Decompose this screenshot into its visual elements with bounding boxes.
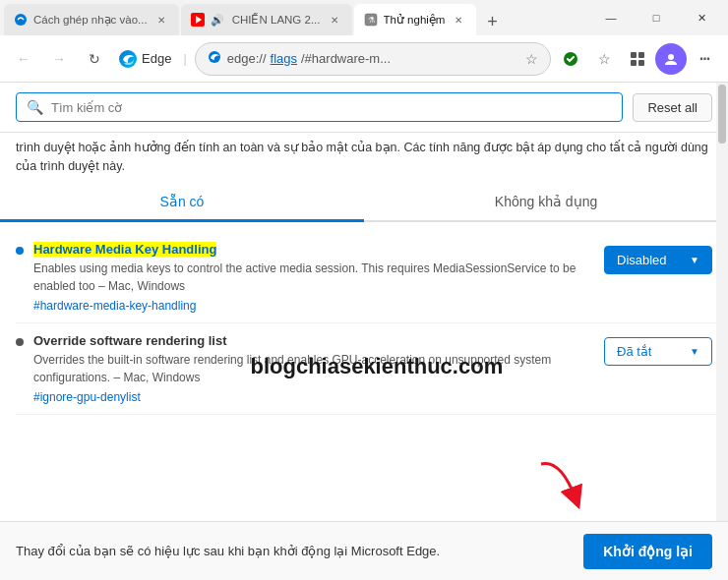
new-tab-button[interactable]: + <box>478 8 506 35</box>
star-icon[interactable]: ☆ <box>525 51 538 67</box>
feature-title-1[interactable]: Hardware Media Key Handling <box>33 242 216 257</box>
navbar: ← → ↻ Edge | edge://flags/#hardware-m <box>0 35 728 83</box>
disabled-dropdown[interactable]: Disabled ▼ <box>604 246 712 274</box>
svg-rect-8 <box>631 52 637 58</box>
tab1-close[interactable]: ✕ <box>153 12 169 28</box>
feature-item-hardware-media: Hardware Media Key Handling Enables usin… <box>16 232 728 323</box>
window-controls: — □ ✕ <box>588 0 724 35</box>
address-hash: /#hardware-m... <box>301 51 391 66</box>
search-input[interactable] <box>51 100 612 115</box>
close-button[interactable]: ✕ <box>679 0 724 35</box>
tab-cach-ghep[interactable]: Cách ghép nhạc vào... ✕ <box>4 4 179 35</box>
feature-title-2[interactable]: Override software rendering list <box>33 333 227 348</box>
svg-rect-10 <box>631 60 637 66</box>
favorites-icon[interactable]: ☆ <box>588 43 620 75</box>
warning-text: trình duyệt hoặc ảnh hưởng đến tính an t… <box>0 133 728 184</box>
address-separator: | <box>183 51 186 66</box>
search-area: 🔍 Reset all <box>0 83 728 133</box>
address-text: edge://flags/#hardware-m... <box>227 51 519 66</box>
bottom-info-text: Thay đổi của bạn sẽ có hiệu lực sau khi … <box>16 544 568 558</box>
refresh-button[interactable]: ↻ <box>79 43 110 75</box>
feature-desc-2: Overrides the built-in software renderin… <box>33 351 594 386</box>
tab1-label: Cách ghép nhạc vào... <box>33 13 148 27</box>
svg-rect-9 <box>638 52 644 58</box>
address-edge-icon <box>208 50 221 67</box>
tab-group: Cách ghép nhạc vào... ✕ 🔊 CHIẾN LANG 2..… <box>4 0 586 35</box>
disabled-dropdown-chevron: ▼ <box>690 255 699 265</box>
restart-button[interactable]: Khởi động lại <box>583 534 712 569</box>
tab-grid-icon[interactable] <box>622 43 653 75</box>
back-button[interactable]: ← <box>8 43 39 75</box>
tab2-label: CHIẾN LANG 2... <box>232 13 321 27</box>
reset-all-button[interactable]: Reset all <box>633 93 712 122</box>
feature-control-2: Đã tắt ▼ <box>604 337 712 366</box>
minimize-button[interactable]: — <box>588 0 634 35</box>
tab-available[interactable]: Sẵn có <box>0 184 364 222</box>
tab2-favicon <box>191 13 205 27</box>
forward-button[interactable]: → <box>43 43 75 75</box>
tab3-favicon: ⚗ <box>364 13 378 27</box>
settings-more-button[interactable]: ··· <box>689 43 720 75</box>
disabled-dropdown-value: Disabled <box>617 253 667 267</box>
edge-brand: Edge <box>118 49 171 69</box>
feature-tabs: Sẵn có Không khả dụng <box>0 184 728 222</box>
feature-link-2[interactable]: #ignore-gpu-denylist <box>33 390 594 404</box>
tab-chien-lang[interactable]: 🔊 CHIẾN LANG 2... ✕ <box>181 4 352 35</box>
feature-link-1[interactable]: #hardware-media-key-handling <box>33 299 594 313</box>
svg-point-12 <box>668 54 674 60</box>
feature-dot-1 <box>16 247 24 255</box>
address-prefix: edge:// <box>227 51 267 66</box>
tab-thu-nghiem[interactable]: ⚗ Thử nghiệm ✕ <box>354 4 477 35</box>
tab-unavailable[interactable]: Không khả dụng <box>364 184 728 222</box>
tab2-close[interactable]: ✕ <box>327 12 342 28</box>
feature-control-1: Disabled ▼ <box>604 246 712 274</box>
search-icon: 🔍 <box>27 99 43 115</box>
search-input-wrapper[interactable]: 🔍 <box>16 92 623 122</box>
svg-rect-11 <box>638 60 644 66</box>
bottom-bar: Thay đổi của bạn sẽ có hiệu lực sau khi … <box>0 521 728 580</box>
tab3-label: Thử nghiệm <box>384 13 446 27</box>
edge-logo-icon <box>118 49 138 69</box>
feature-item-override-rendering: Override software rendering list Overrid… <box>16 323 728 415</box>
tab1-favicon <box>14 13 28 27</box>
address-flags: flags <box>271 51 297 66</box>
outlined-dropdown[interactable]: Đã tắt ▼ <box>604 337 712 366</box>
svg-text:⚗: ⚗ <box>367 16 374 25</box>
scrollbar-track <box>716 83 728 521</box>
edge-brand-label: Edge <box>142 51 171 66</box>
titlebar: Cách ghép nhạc vào... ✕ 🔊 CHIẾN LANG 2..… <box>0 0 728 35</box>
collections-icon[interactable] <box>555 43 586 75</box>
profile-button[interactable] <box>655 43 687 75</box>
feature-info-1: Hardware Media Key Handling Enables usin… <box>33 242 594 313</box>
toolbar-icons: ☆ ··· <box>555 43 720 75</box>
feature-dot-2 <box>16 338 24 346</box>
scrollbar-thumb[interactable] <box>718 85 726 144</box>
address-bar[interactable]: edge://flags/#hardware-m... ☆ <box>195 42 551 76</box>
maximize-button[interactable]: □ <box>634 0 679 35</box>
outlined-dropdown-value: Đã tắt <box>617 344 651 359</box>
feature-desc-1: Enables using media keys to control the … <box>33 260 594 295</box>
feature-info-2: Override software rendering list Overrid… <box>33 333 594 404</box>
tab3-close[interactable]: ✕ <box>451 12 466 28</box>
outlined-dropdown-chevron: ▼ <box>690 346 699 357</box>
page-content: 🔍 Reset all trình duyệt hoặc ảnh hưởng đ… <box>0 83 728 580</box>
svg-point-0 <box>15 14 27 26</box>
